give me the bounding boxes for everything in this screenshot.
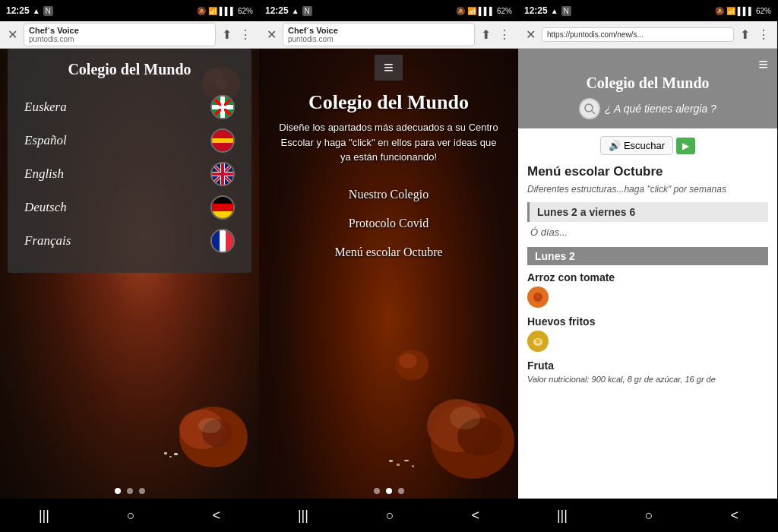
week-label[interactable]: Lunes 2 a viernes 6: [527, 202, 768, 222]
allergy-label: ¿ A qué tienes alergia ?: [605, 103, 716, 115]
nav-menu-button-2[interactable]: |||: [286, 502, 321, 530]
nav-menu-button-1[interactable]: |||: [27, 502, 62, 530]
alarm-icon-1: 🔕: [197, 7, 206, 15]
lang-item-english[interactable]: English: [17, 157, 242, 191]
more-button-1[interactable]: ⋮: [238, 26, 253, 43]
nav-back-button-1[interactable]: <: [201, 502, 233, 530]
play-button[interactable]: ▶: [676, 138, 695, 154]
nav-home-button-3[interactable]: ○: [633, 502, 666, 530]
close-tab-button-3[interactable]: ✕: [524, 26, 537, 43]
panel3-body[interactable]: 🔊 Escuchar ▶ Menú escolar Octubre Difere…: [518, 128, 777, 499]
panel-detail-view: 12:25 ▲ N 🔕 📶 ▌▌▌ 62% ✕ https://puntodis…: [518, 0, 777, 532]
signal-strength-2: ▌▌▌: [479, 7, 495, 15]
share-button-3[interactable]: ⬆: [738, 26, 751, 43]
lang-label-francais: Français: [24, 233, 71, 249]
nutrition-text: Valor nutricional: 900 kcal, 8 gr de azú…: [527, 375, 768, 384]
nav-home-button-2[interactable]: ○: [374, 502, 406, 530]
panel3-header: ≡ Colegio del Mundo ¿ A qué tienes alerg…: [518, 49, 777, 128]
hamburger-menu-button[interactable]: ≡: [375, 55, 403, 81]
speaker-icon: 🔊: [609, 140, 621, 151]
lang-item-deutsch[interactable]: Deutsch: [17, 191, 242, 224]
lang-item-euskera[interactable]: Euskera: [17, 90, 242, 124]
allergy-search-icon: [579, 98, 600, 119]
signal-icon-1: ▲: [33, 7, 40, 15]
url-box-1[interactable]: Chef´s Voice puntodis.com: [24, 23, 216, 46]
bottom-nav-3: ||| ○ <: [518, 499, 777, 532]
menu-link-menu-escolar[interactable]: Menú escolar Octubre: [259, 238, 518, 267]
flag-espanol: [210, 128, 235, 153]
more-button-2[interactable]: ⋮: [497, 26, 512, 43]
listen-button[interactable]: 🔊 Escuchar: [600, 136, 673, 155]
nav-home-button-1[interactable]: ○: [115, 502, 147, 530]
dot-1-active: [115, 488, 121, 494]
browser-domain-1: puntodis.com: [29, 35, 210, 43]
status-right-2: 🔕 📶 ▌▌▌ 62%: [456, 7, 512, 15]
svg-rect-9: [174, 453, 178, 455]
battery-display-3: 62%: [756, 7, 771, 15]
menu-section-title: Menú escolar Octubre: [527, 164, 768, 179]
time-display-3: 12:25: [524, 5, 548, 16]
overlay-title: Colegio del Mundo: [17, 61, 242, 78]
lang-item-espanol[interactable]: Español: [17, 124, 242, 157]
svg-rect-16: [221, 97, 224, 118]
battery-display-1: 62%: [238, 7, 253, 15]
svg-rect-8: [169, 456, 172, 458]
alarm-icon-2: 🔕: [456, 7, 465, 15]
browser-title-2: Chef´s Voice: [288, 26, 470, 35]
status-left-3: 12:25 ▲ N: [524, 5, 571, 16]
panel2-subtitle: Diseñe los apartados más adecuados a su …: [274, 120, 503, 165]
dot-indicators-2: [374, 488, 404, 494]
day-label-lunes[interactable]: Lunes 2: [527, 247, 768, 265]
svg-rect-19: [212, 135, 233, 138]
more-button-3[interactable]: ⋮: [756, 26, 771, 43]
dot-1-2: [127, 488, 133, 494]
browser-url-full-3: https://puntodis.com/new/s...: [547, 30, 729, 39]
panel-language-selection: 12:25 ▲ N 🔕 📶 ▌▌▌ 62% ✕ Chef´s Voice pun…: [0, 0, 259, 532]
menu-link-protocolo-covid[interactable]: Protocolo Covid: [259, 209, 518, 238]
nav-back-button-2[interactable]: <: [460, 502, 492, 530]
svg-rect-31: [212, 204, 233, 211]
url-box-3[interactable]: https://puntodis.com/new/s...: [542, 27, 734, 42]
close-tab-button-1[interactable]: ✕: [6, 26, 19, 43]
status-left-1: 12:25 ▲ N: [6, 5, 53, 16]
signal-icon-2: ▲: [292, 7, 299, 15]
dot-2-3: [398, 488, 404, 494]
allergy-row: ¿ A qué tienes alergia ?: [527, 98, 768, 119]
food-icon-arroz: [527, 287, 549, 308]
nav-back-button-3[interactable]: <: [719, 502, 751, 530]
browser-bar-3: ✕ https://puntodis.com/new/s... ⬆ ⋮: [518, 21, 777, 49]
lang-item-francais[interactable]: Français: [17, 224, 242, 258]
browser-domain-2: puntodis.com: [288, 35, 470, 43]
close-tab-button-2[interactable]: ✕: [265, 26, 278, 43]
browser-title-1: Chef´s Voice: [29, 26, 210, 35]
food-item-arroz: Arroz con tomate: [527, 271, 768, 308]
nav-menu-button-3[interactable]: |||: [545, 502, 580, 530]
status-left-2: 12:25 ▲ N: [265, 5, 312, 16]
browser-bar-1: ✕ Chef´s Voice puntodis.com ⬆ ⋮: [0, 21, 259, 49]
url-box-2[interactable]: Chef´s Voice puntodis.com: [283, 23, 475, 46]
network-icon-2: N: [302, 6, 312, 16]
status-right-3: 🔕 📶 ▌▌▌ 62%: [715, 7, 771, 15]
browser-bar-2: ✕ Chef´s Voice puntodis.com ⬆ ⋮: [259, 21, 518, 49]
language-overlay: Colegio del Mundo Euskera Español: [8, 49, 251, 273]
svg-rect-29: [221, 163, 224, 185]
status-bar-2: 12:25 ▲ N 🔕 📶 ▌▌▌ 62%: [259, 0, 518, 21]
svg-rect-20: [212, 143, 233, 146]
share-button-2[interactable]: ⬆: [479, 26, 492, 43]
dot-2-active: [386, 488, 392, 494]
panel3-hamburger-button[interactable]: ≡: [758, 56, 768, 73]
share-button-1[interactable]: ⬆: [220, 26, 233, 43]
svg-point-50: [536, 295, 540, 299]
status-bar-3: 12:25 ▲ N 🔕 📶 ▌▌▌ 62%: [518, 0, 777, 21]
food-icon-huevos: [527, 331, 549, 352]
svg-point-47: [585, 104, 593, 112]
food-name-arroz: Arroz con tomate: [527, 271, 768, 283]
food-name-huevos: Huevos fritos: [527, 315, 768, 328]
lang-label-english: English: [24, 166, 64, 182]
food-item-fruta: Fruta Valor nutricional: 900 kcal, 8 gr …: [527, 359, 768, 384]
bottom-nav-2: ||| ○ <: [259, 499, 518, 532]
time-display-2: 12:25: [265, 5, 289, 16]
network-icon-3: N: [561, 6, 571, 16]
menu-link-nuestro-colegio[interactable]: Nuestro Colegio: [259, 180, 518, 209]
time-display-1: 12:25: [6, 5, 30, 16]
